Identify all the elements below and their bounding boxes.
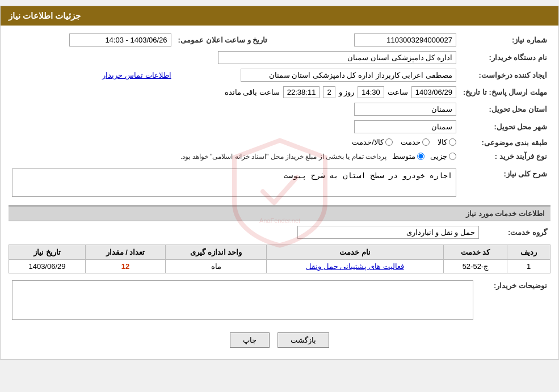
col-unit: واحد اندازه گیری (166, 245, 267, 260)
col-service-code: کد خدمت (443, 245, 507, 260)
creator-label: ایجاد کننده درخواست: (460, 66, 550, 84)
col-quantity: تعداد / مقدار (85, 245, 165, 260)
delivery-province-value: سمنان (354, 103, 456, 116)
purchase-partial-radio[interactable] (449, 153, 456, 160)
category-goods-service-label: کالا/خدمت (352, 138, 384, 146)
deadline-days: 2 (323, 86, 335, 98)
category-service-option[interactable]: خدمت (401, 138, 430, 146)
summary-textarea[interactable] (12, 168, 456, 197)
deadline-row: 1403/06/29 ساعت 14:30 روز و 2 22:38:11 س… (12, 86, 456, 98)
delivery-city-value: سمنان (354, 120, 456, 133)
summary-label: شرح کلی نیاز: (460, 166, 550, 201)
services-table: ردیف کد خدمت نام خدمت واحد اندازه گیری ت… (9, 245, 550, 273)
back-button[interactable]: بازگشت (278, 332, 329, 348)
cell-unit: ماه (166, 260, 267, 273)
category-radio-group: کالا خدمت کالا/خدمت (352, 138, 456, 146)
buyer-desc-label: توضیحات خریدار: (477, 278, 550, 322)
category-goods-service-option[interactable]: کالا/خدمت (352, 138, 393, 146)
need-number-label: شماره نیاز: (460, 31, 550, 49)
purchase-partial-label: جزیی (430, 152, 447, 161)
purchase-note: پرداخت تمام یا بخشی از مبلغ خریداز محل "… (180, 153, 386, 161)
category-goods-service-radio[interactable] (385, 138, 393, 146)
purchase-type-label: نوع فرآیند خرید : (460, 150, 550, 163)
cell-service-name[interactable]: فعالیت های پشتیبانی حمل ونقل (267, 260, 443, 273)
page-title: جزئیات اطلاعات نیاز (9, 11, 81, 20)
deadline-remaining: 22:38:11 (283, 86, 320, 98)
purchase-partial-option[interactable]: جزیی (430, 152, 456, 161)
page-header: جزئیات اطلاعات نیاز (1, 6, 558, 26)
category-goods-radio[interactable] (449, 138, 456, 146)
services-section-header: اطلاعات خدمات مورد نیاز (9, 205, 550, 221)
deadline-time-label: ساعت (388, 88, 408, 96)
service-group-value: حمل و نقل و انبارداری (297, 226, 479, 239)
deadline-date: 1403/06/29 (411, 86, 456, 98)
col-service-name: نام خدمت (267, 245, 443, 260)
col-row-num: ردیف (507, 245, 550, 260)
cell-date: 1403/06/29 (9, 260, 86, 273)
buyer-desc-textarea[interactable] (12, 280, 473, 320)
cell-quantity: 12 (85, 260, 165, 273)
delivery-province-label: استان محل تحویل: (460, 100, 550, 118)
page-content: AnaFender.net شماره نیاز: 11030032940000… (1, 26, 558, 359)
contact-link[interactable]: اطلاعات تماس خریدار (102, 71, 171, 79)
buyer-desc-table: توضیحات خریدار: (9, 278, 550, 322)
category-service-label: خدمت (401, 138, 421, 146)
category-label: طبقه بندی موضوعی: (460, 136, 550, 150)
announcement-label: تاریخ و ساعت اعلان عمومی: (175, 31, 271, 49)
category-goods-option[interactable]: کالا (438, 138, 456, 146)
purchase-medium-option[interactable]: متوسط (392, 152, 424, 161)
deadline-label: مهلت ارسال پاسخ: تا تاریخ: (460, 84, 550, 100)
print-button[interactable]: چاپ (230, 332, 270, 348)
purchase-medium-label: متوسط (392, 152, 415, 161)
page-wrapper: جزئیات اطلاعات نیاز AnaFender.net شماره … (0, 6, 559, 360)
col-date: تاریخ نیاز (9, 245, 86, 260)
buttons-row: بازگشت چاپ (9, 326, 550, 353)
delivery-city-label: شهر محل تحویل: (460, 118, 550, 136)
table-row: 1 ج-52-52 فعالیت های پشتیبانی حمل ونقل م… (9, 260, 550, 273)
need-number-value: 1103003294000027 (354, 33, 456, 47)
category-service-radio[interactable] (422, 138, 430, 146)
info-table-top: شماره نیاز: 1103003294000027 تاریخ و ساع… (9, 31, 550, 163)
creator-value: مصطفی اعرابی کاربرداز اداره کل دامپزشکی … (241, 69, 456, 82)
cell-service-code: ج-52-52 (443, 260, 507, 273)
category-goods-label: کالا (438, 138, 447, 146)
purchase-type-row: جزیی متوسط پرداخت تمام یا بخشی از مبلغ خ… (12, 152, 456, 161)
buyer-org-value: اداره کل دامپزشکی استان سمنان (218, 51, 456, 64)
deadline-days-label: روز و (339, 88, 355, 96)
buyer-org-label: نام دستگاه خریدار: (460, 49, 550, 66)
service-group-table: گروه خدمت: حمل و نقل و انبارداری (9, 224, 550, 241)
summary-table: شرح کلی نیاز: (9, 166, 550, 201)
cell-row-num: 1 (507, 260, 550, 273)
service-group-label: گروه خدمت: (482, 224, 550, 241)
deadline-time: 14:30 (358, 86, 384, 98)
purchase-medium-radio[interactable] (417, 153, 424, 160)
deadline-remaining-label: ساعت باقی مانده (225, 88, 280, 96)
announcement-value: 1403/06/26 - 14:03 (69, 33, 171, 47)
